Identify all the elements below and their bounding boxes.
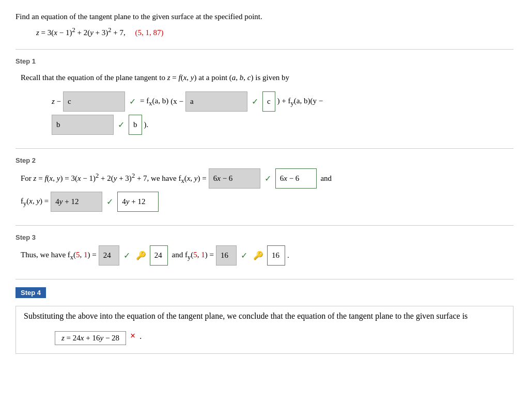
fy-val-answer: 16 [267,245,285,266]
step3-dot: . [287,247,289,264]
step4-text: Substituting the above into the equation… [24,312,505,321]
check-icon-fy: ✓ [106,193,113,211]
check-icon-fy-val: ✓ [241,246,247,265]
step3-content: Thus, we have fx(5, 1) = 24 ✓ 🔑 24 and f… [15,245,514,266]
close-paren-dot: ). [144,116,149,133]
step2-content: For z = f(x, y) = 3(x − 1)2 + 2(y + 3)2 … [15,168,514,212]
fx-val-input[interactable]: 24 [99,245,119,266]
step2-container: Step 2 For z = f(x, y) = 3(x − 1)2 + 2(y… [15,148,514,223]
problem-instruction: Find an equation of the tangent plane to… [15,10,514,23]
c-input-box[interactable]: c [63,91,125,112]
step2-fy-line: fy(x, y) = 4y + 12 ✓ 4y + 12 [21,192,514,212]
key-icon-2: 🔑 [253,251,263,260]
step4-container: Step 4 Substituting the above into the e… [15,279,514,362]
check-icon-fx: ✓ [264,169,271,188]
problem-point: (5, 1, 87) [135,28,164,37]
fx-val-answer: 24 [150,245,168,266]
step1-formula-line2: b ✓ b ). [52,115,514,135]
fy-prefix-label: fy(x, y) = [21,193,49,211]
step3-line: Thus, we have fx(5, 1) = 24 ✓ 🔑 24 and f… [21,245,514,266]
z-minus-label: z − [52,93,61,110]
fy-input-box[interactable]: 4y + 12 [51,192,102,212]
step1-formula-line1: z − c ✓ = fx(a, b) (x − a ✓ c ) + fy(a, … [52,91,514,112]
fy-val-input[interactable]: 16 [216,245,237,266]
b-input-box[interactable]: b [52,115,114,135]
a-input-box[interactable]: a [185,91,247,112]
check-icon-fx-val: ✓ [123,246,130,265]
paren-close-plus: ) + fy(a, b)(y − [277,92,323,111]
problem-statement: Find an equation of the tangent plane to… [15,10,514,39]
problem-equation: z = 3(x − 1)2 + 2(y + 3)2 + 7, [36,28,128,37]
step3-and-text: and fy(5, 1) = [170,246,214,265]
step1-label: Step 1 [15,57,514,65]
check-icon-a: ✓ [252,92,258,111]
c-answer-box: c [262,91,275,112]
fy-answer-box: 4y + 12 [117,192,159,212]
step4-box: Substituting the above into the equation… [15,306,514,354]
b-answer-box: b [129,115,142,135]
key-icon-1: 🔑 [136,251,146,260]
paren-x-minus: (x − [170,93,183,110]
check-icon-c: ✓ [129,92,136,111]
step4-answer-line: z = 24x + 16y − 28 × . [55,327,505,345]
step2-text-prefix: For z = f(x, y) = 3(x − 1)2 + 2(y + 3)2 … [21,169,207,189]
step3-container: Step 3 Thus, we have fx(5, 1) = 24 ✓ 🔑 2… [15,225,514,276]
fx-answer-box: 6x − 6 [275,168,317,189]
final-answer-box: z = 24x + 16y − 28 [55,331,126,345]
equals-fx-label: = fx(a, b) [140,92,168,111]
step4-dot: . [139,332,142,341]
check-icon-b: ✓ [118,116,125,134]
step1-text: Recall that the equation of the plane ta… [21,69,514,86]
step4-label: Step 4 [15,287,46,298]
step1-content: Recall that the equation of the plane ta… [15,69,514,135]
step3-text-prefix: Thus, we have fx(5, 1) = [21,246,97,265]
step2-label: Step 2 [15,157,514,164]
step1-container: Step 1 Recall that the equation of the p… [15,49,514,146]
cross-icon: × [130,331,135,341]
and-text: and [319,170,332,187]
fx-input-box[interactable]: 6x − 6 [209,168,260,189]
step2-fx-line: For z = f(x, y) = 3(x − 1)2 + 2(y + 3)2 … [21,168,514,189]
step3-label: Step 3 [15,234,514,241]
